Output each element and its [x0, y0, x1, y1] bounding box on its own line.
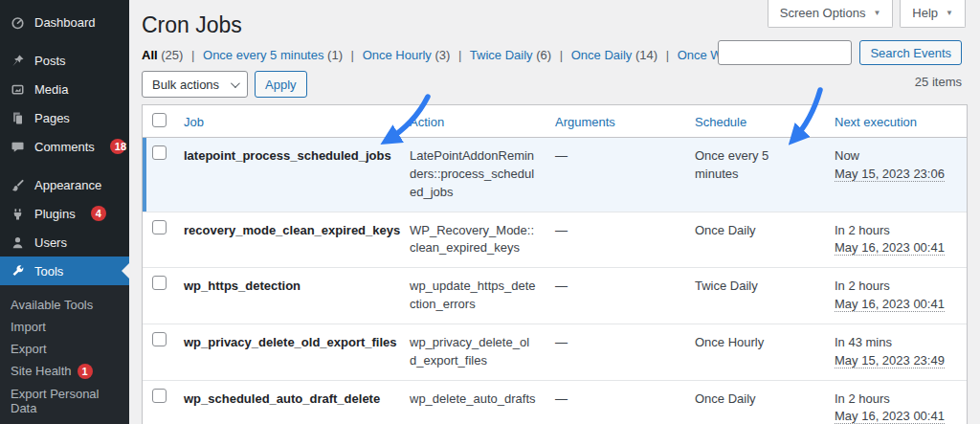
arguments-cell: — [546, 138, 685, 212]
row-checkbox[interactable] [152, 389, 167, 403]
filter-once-hourly[interactable]: Once Hourly (3) [363, 48, 451, 62]
next-execution-date: May 15, 2023 23:49 [835, 353, 945, 368]
help-button[interactable]: Help ▼ [900, 0, 966, 28]
schedule-cell: Once Daily [685, 380, 825, 424]
column-header-job[interactable]: Job [184, 115, 204, 129]
schedule-cell: Twice Daily [685, 267, 825, 324]
sidebar-item-appearance[interactable]: Appearance [0, 170, 129, 199]
sidebar-item-label: Dashboard [34, 15, 96, 30]
submenu-item-erase-personal-data[interactable]: Erase Personal Data [0, 419, 129, 424]
filter-once-every-5-minutes[interactable]: Once every 5 minutes (1) [203, 48, 343, 62]
search-box: Search Events [718, 40, 962, 65]
submenu-item-export[interactable]: Export [0, 338, 129, 360]
screen-options-button[interactable]: Screen Options ▼ [768, 0, 894, 28]
comments-count-badge: 18 [110, 139, 125, 154]
table-toolbar: Bulk actions Apply [142, 71, 980, 98]
action-callback: LatePointAddonReminders::process_schedul… [410, 147, 536, 202]
sidebar-item-label: Users [34, 235, 67, 250]
sidebar-item-dashboard[interactable]: Dashboard [0, 8, 129, 36]
action-callback: wp_privacy_delete_old_export_files [410, 334, 536, 370]
plugins-count-badge: 4 [91, 206, 106, 221]
arguments-cell: — [546, 324, 685, 380]
sidebar-item-media[interactable]: Media [0, 75, 129, 103]
brush-icon [10, 177, 25, 192]
schedule-cell: Once every 5 minutes [685, 138, 825, 212]
next-execution-cell: In 43 minsMay 15, 2023 23:49 [825, 324, 967, 380]
arguments-cell: — [546, 267, 685, 324]
filter-once-daily[interactable]: Once Daily (14) [571, 48, 657, 62]
sidebar-item-label: Pages [34, 111, 70, 125]
job-name: latepoint_process_scheduled_jobs [184, 148, 391, 163]
row-checkbox[interactable] [152, 145, 167, 160]
items-count: 25 items [915, 75, 962, 89]
user-icon [10, 234, 25, 250]
sidebar-item-label: Comments [34, 140, 95, 154]
next-execution-cell: In 2 hoursMay 16, 2023 00:41 [825, 212, 967, 268]
next-execution-cell: NowMay 15, 2023 23:06 [825, 138, 967, 212]
next-execution-date: May 16, 2023 00:41 [835, 409, 945, 424]
next-execution-date: May 15, 2023 23:06 [835, 167, 945, 182]
schedule-cell: Once Hourly [685, 324, 825, 380]
admin-sidebar: Dashboard Posts Media Pages Comments 18 … [0, 0, 129, 424]
chevron-down-icon: ▼ [873, 9, 880, 17]
submenu-item-import[interactable]: Import [0, 316, 129, 338]
column-header-action[interactable]: Action [410, 115, 444, 129]
row-checkbox[interactable] [152, 220, 167, 234]
row-checkbox[interactable] [152, 332, 167, 346]
submenu-item-export-personal-data[interactable]: Export Personal Data [0, 383, 129, 419]
sidebar-item-label: Plugins [34, 207, 76, 221]
dashboard-icon [10, 14, 25, 30]
job-name: recovery_mode_clean_expired_keys [184, 223, 400, 237]
chevron-down-icon [231, 78, 240, 88]
cron-jobs-table: Job Action Arguments Schedule Next execu… [142, 104, 968, 424]
sidebar-item-label: Tools [34, 264, 63, 279]
search-input[interactable] [718, 40, 852, 65]
sidebar-item-plugins[interactable]: Plugins 4 [0, 199, 129, 228]
sidebar-item-label: Posts [34, 54, 66, 68]
tools-submenu: Available Tools Import Export Site Healt… [0, 285, 129, 424]
bulk-actions-select[interactable]: Bulk actions [142, 71, 248, 98]
column-header-schedule[interactable]: Schedule [695, 115, 746, 129]
sidebar-item-tools[interactable]: Tools [0, 257, 129, 285]
column-header-next-execution[interactable]: Next execution [835, 115, 917, 129]
main-content: Screen Options ▼ Help ▼ Cron Jobs All (2… [129, 0, 980, 424]
wrench-icon [10, 263, 25, 279]
table-row: wp_scheduled_auto_draft_delete wp_delete… [143, 380, 967, 424]
site-health-badge: 1 [78, 364, 93, 379]
next-execution-date: May 16, 2023 00:41 [835, 297, 945, 312]
sidebar-item-label: Media [34, 82, 68, 97]
job-name: wp_privacy_delete_old_export_files [184, 335, 397, 349]
comment-icon [10, 139, 25, 154]
column-header-arguments[interactable]: Arguments [555, 115, 615, 129]
table-row: wp_privacy_delete_old_export_files wp_pr… [143, 324, 967, 380]
job-name: wp_scheduled_auto_draft_delete [184, 391, 380, 406]
action-callback: wp_update_https_detection_errors [410, 278, 536, 314]
select-all-checkbox[interactable] [152, 113, 167, 127]
pages-icon [10, 110, 25, 125]
submenu-item-available-tools[interactable]: Available Tools [0, 294, 129, 316]
screen-meta: Screen Options ▼ Help ▼ [768, 0, 966, 28]
arguments-cell: — [546, 380, 685, 424]
sidebar-item-comments[interactable]: Comments 18 [0, 132, 129, 161]
job-name: wp_https_detection [184, 279, 301, 293]
action-callback: WP_Recovery_Mode::clean_expired_keys [410, 222, 536, 258]
table-header-row: Job Action Arguments Schedule Next execu… [143, 105, 967, 138]
arguments-cell: — [546, 212, 685, 268]
filter-all[interactable]: All (25) [142, 48, 183, 62]
schedule-cell: Once Daily [685, 212, 825, 268]
submenu-item-site-health[interactable]: Site Health1 [0, 360, 129, 383]
filter-twice-daily[interactable]: Twice Daily (6) [470, 48, 551, 62]
next-execution-cell: In 2 hoursMay 16, 2023 00:41 [825, 267, 967, 324]
sidebar-item-users[interactable]: Users [0, 228, 129, 257]
apply-button[interactable]: Apply [255, 71, 307, 98]
search-events-button[interactable]: Search Events [859, 40, 962, 65]
sidebar-item-pages[interactable]: Pages [0, 103, 129, 132]
plug-icon [10, 206, 25, 221]
next-execution-date: May 16, 2023 00:41 [835, 240, 945, 256]
sidebar-item-label: Appearance [34, 178, 101, 192]
media-icon [10, 81, 25, 97]
table-row: wp_https_detection wp_update_https_detec… [143, 267, 967, 324]
sidebar-item-posts[interactable]: Posts [0, 46, 129, 75]
row-checkbox[interactable] [152, 276, 167, 290]
action-callback: wp_delete_auto_drafts [410, 391, 536, 409]
